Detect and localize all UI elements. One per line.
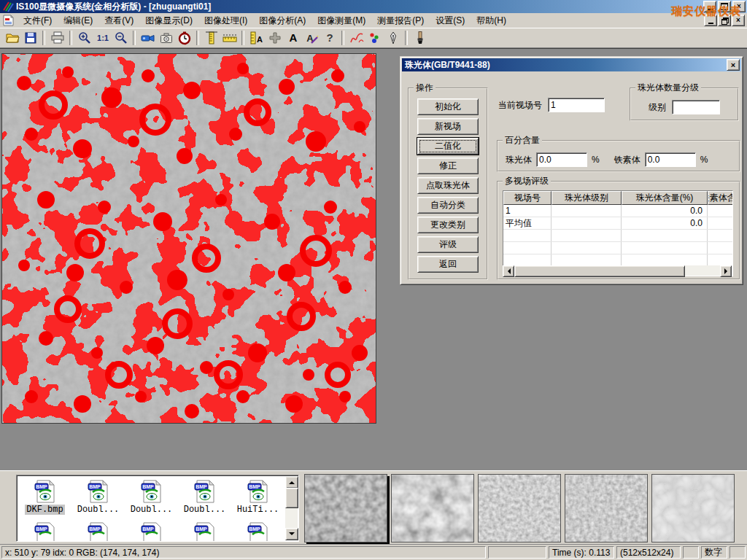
menu-image-analysis[interactable]: 图像分析(A) <box>253 13 311 28</box>
timer-icon[interactable] <box>175 29 193 47</box>
table-row[interactable]: 1 0.0 <box>503 205 732 217</box>
brush-tool-icon[interactable] <box>411 29 429 47</box>
table-horizontal-scrollbar[interactable] <box>503 265 732 276</box>
correct-button[interactable]: 修正 <box>417 158 479 174</box>
edit-text-tool-icon[interactable]: A <box>302 29 320 47</box>
table-row[interactable]: 平均值 0.0 <box>503 217 732 230</box>
ruler-horizontal-icon[interactable] <box>220 29 239 47</box>
menu-image-display[interactable]: 图像显示(D) <box>139 13 198 28</box>
file-item[interactable]: BMP Doubl... <box>178 477 231 515</box>
print-icon[interactable] <box>48 29 66 47</box>
current-field-label: 当前视场号 <box>498 99 542 112</box>
svg-text:BMP: BMP <box>249 484 260 489</box>
grade-button[interactable]: 评级 <box>417 236 479 253</box>
zoom-out-icon[interactable] <box>112 29 130 47</box>
dialog-title: 珠光体(GB/T9441-88) <box>405 59 490 71</box>
text-tool-icon[interactable]: A <box>284 29 302 47</box>
document-icon[interactable] <box>2 15 15 26</box>
pearlite-dialog: 珠光体(GB/T9441-88) × 操作 初始化 新视场 二值化 修正 点取珠… <box>400 56 743 285</box>
thumbnail-image[interactable] <box>651 474 735 542</box>
bmp-file-icon: BMP <box>87 479 110 504</box>
scrollbar-thumb[interactable] <box>514 265 685 277</box>
column-header[interactable]: 铁素体含量(%) <box>708 191 733 205</box>
column-header[interactable]: 视场号 <box>503 191 551 205</box>
scroll-right-icon[interactable] <box>720 265 732 277</box>
svg-text:?: ? <box>326 31 333 44</box>
binarize-button[interactable]: 二值化 <box>417 138 479 155</box>
bmp-file-icon: BMP <box>193 479 217 504</box>
ferrite-percent-input[interactable] <box>645 152 696 167</box>
scroll-down-icon[interactable] <box>285 528 298 540</box>
column-header[interactable]: 珠光体含量(%) <box>622 191 708 205</box>
video-camera-icon[interactable] <box>139 29 157 47</box>
thumbnail-strip <box>304 474 735 542</box>
bmp-file-icon: BMP <box>140 521 163 542</box>
bmp-file-icon: BMP <box>193 521 217 542</box>
column-header[interactable]: 珠光体级别 <box>551 191 622 205</box>
menu-image-process[interactable]: 图像处理(I) <box>198 13 253 28</box>
menu-file[interactable]: 文件(F) <box>18 13 58 28</box>
status-bar: x: 510 y: 79 idx: 0 RGB: (174, 174, 174)… <box>0 544 747 560</box>
thumbnail-image[interactable] <box>304 474 387 542</box>
zoom-in-icon[interactable] <box>75 29 93 47</box>
menu-report[interactable]: 测量报告(P) <box>371 13 430 28</box>
save-icon[interactable] <box>21 29 39 47</box>
scroll-up-icon[interactable] <box>285 476 298 489</box>
menu-help[interactable]: 帮助(H) <box>471 13 512 28</box>
dialog-close-icon[interactable]: × <box>727 59 740 71</box>
file-item[interactable]: BMP Doubl... <box>71 477 125 515</box>
actual-size-icon[interactable]: 1:1 <box>93 29 112 47</box>
snapshot-camera-icon[interactable] <box>157 29 175 47</box>
pearlite-percent-input[interactable] <box>536 152 587 167</box>
change-class-button[interactable]: 更改类别 <box>417 217 479 233</box>
caliper-vertical-icon[interactable] <box>202 29 220 47</box>
bottom-strip: BMP DKF.bmp BMP <box>0 470 747 544</box>
level-input[interactable] <box>672 100 720 114</box>
micrograph-image[interactable] <box>1 53 376 424</box>
thumbnail-image[interactable] <box>478 474 561 542</box>
init-button[interactable]: 初始化 <box>417 98 479 115</box>
table-row[interactable] <box>503 230 732 242</box>
open-file-icon[interactable] <box>3 29 21 47</box>
menu-edit[interactable]: 编辑(E) <box>58 13 98 28</box>
auto-classify-button[interactable]: 自动分类 <box>417 197 479 214</box>
file-item[interactable]: BMP Doubl... <box>125 477 178 515</box>
table-row[interactable] <box>503 242 732 254</box>
move-tool-icon[interactable] <box>266 29 284 47</box>
status-panel-empty <box>729 546 746 559</box>
dialog-title-bar[interactable]: 珠光体(GB/T9441-88) × <box>402 58 741 71</box>
multi-field-group: 多视场评级 视场号 珠光体级别 珠光体含量(%) 铁素体含量(%) 1 0.0 <box>497 175 740 280</box>
toolbar-separator <box>196 31 199 45</box>
curve-tool-icon[interactable] <box>347 29 365 47</box>
menu-image-measure[interactable]: 图像测量(M) <box>311 13 371 28</box>
new-field-button[interactable]: 新视场 <box>417 118 479 135</box>
pick-pearlite-button[interactable]: 点取珠光体 <box>417 177 479 194</box>
svg-text:BMP: BMP <box>89 526 101 532</box>
pen-tool-icon[interactable] <box>384 29 402 47</box>
file-item[interactable]: BMP <box>71 519 125 542</box>
file-item[interactable]: BMP HuiTi... <box>231 477 285 515</box>
menu-view[interactable]: 查看(V) <box>98 13 139 28</box>
file-item[interactable]: BMP <box>125 519 178 542</box>
pearlite-label: 珠光体 <box>506 154 532 166</box>
multi-field-legend: 多视场评级 <box>503 175 551 187</box>
scroll-left-icon[interactable] <box>503 265 514 277</box>
classify-points-icon[interactable] <box>365 29 384 47</box>
file-item[interactable]: BMP DKF.bmp <box>18 477 71 515</box>
svg-text:A: A <box>257 35 263 44</box>
operation-legend: 操作 <box>414 82 436 94</box>
return-button[interactable]: 返回 <box>417 256 479 273</box>
file-item[interactable]: BMP <box>231 519 285 542</box>
current-field-input[interactable] <box>548 98 605 112</box>
file-item[interactable]: BMP <box>178 519 231 542</box>
help-icon[interactable]: ? <box>320 29 338 47</box>
scrollbar-thumb[interactable] <box>285 488 298 508</box>
svg-text:BMP: BMP <box>36 484 47 489</box>
file-item[interactable]: BMP <box>18 519 71 542</box>
menu-settings[interactable]: 设置(S) <box>430 13 471 28</box>
calibration-icon[interactable]: A <box>247 29 266 47</box>
percent-group: 百分含量 珠光体 % 铁素体 % <box>497 134 740 172</box>
thumbnail-image[interactable] <box>565 474 648 542</box>
file-vertical-scrollbar[interactable] <box>285 476 298 540</box>
thumbnail-image[interactable] <box>391 474 474 542</box>
